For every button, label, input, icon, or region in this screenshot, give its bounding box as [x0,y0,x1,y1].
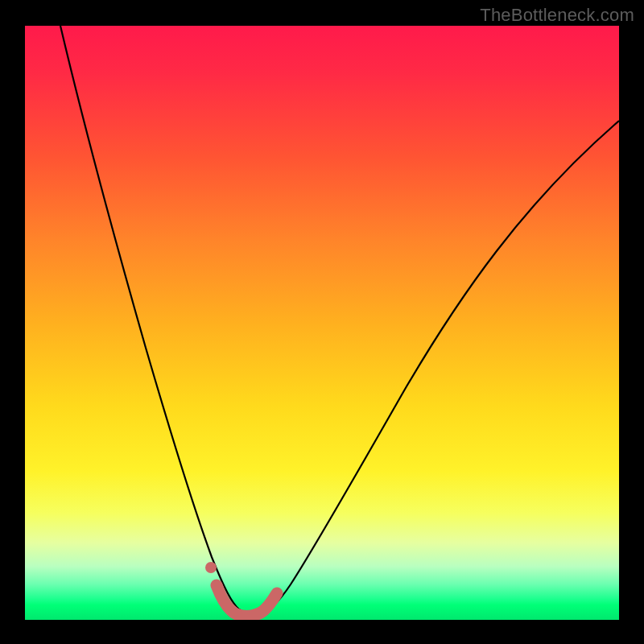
watermark-text: TheBottleneck.com [480,5,634,26]
bottleneck-curve [60,26,619,615]
highlighted-minimum-markers [205,562,277,616]
curve-layer [25,26,619,620]
chart-frame: TheBottleneck.com [0,0,644,644]
svg-point-0 [205,562,217,573]
plot-area [25,26,619,620]
